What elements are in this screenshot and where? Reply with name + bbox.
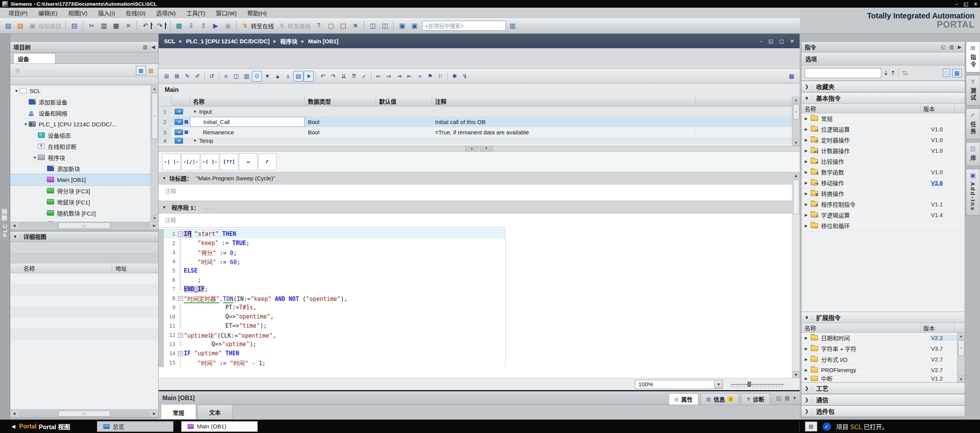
expand-section-icon[interactable]: ❯ — [802, 397, 812, 402]
copy-button[interactable]: ▥ — [98, 20, 110, 31]
section-technology[interactable]: ❯ 工艺 — [802, 382, 965, 394]
collapsed-arrow-icon[interactable]: ▶ — [802, 149, 811, 153]
code-text[interactable]: ELSE — [184, 267, 198, 274]
scroll-right-icon[interactable]: ▶ — [151, 410, 158, 417]
variable-comment-cell[interactable]: =True, if remanent data are available — [432, 127, 695, 137]
view-grid-icon[interactable]: ▦ — [952, 69, 962, 77]
collapse-networks-button[interactable]: ▲ — [273, 71, 283, 82]
fold-toggle-icon[interactable] — [177, 330, 184, 340]
interface-row[interactable]: 4◄▼Temp — [159, 137, 800, 144]
variable-type-cell[interactable]: Bool — [305, 117, 376, 127]
code-line-2[interactable]: 2 "keep" := TRUE; — [159, 239, 505, 248]
save-project-button[interactable]: ▣保存项目 — [27, 20, 63, 31]
split-editor-horizontal-button[interactable]: ◫ — [367, 20, 378, 31]
breadcrumb-segment[interactable]: 程序块 — [280, 37, 298, 45]
tree-item-----[interactable]: 设备组态 — [10, 130, 158, 141]
collapsed-arrow-icon[interactable]: ▶ — [802, 159, 811, 163]
keep-layout-button[interactable]: ▣ — [396, 20, 408, 31]
tree-export-icon[interactable]: ▨ — [146, 66, 156, 75]
collapse-interface-icon[interactable]: ▲ — [465, 146, 478, 151]
rail-tab---[interactable]: ✓任务 — [966, 108, 980, 139]
go-to-previous-button[interactable]: ⇐ — [373, 71, 383, 82]
code-line-4[interactable]: 4 "时间" := 60; — [159, 257, 505, 266]
instruction-----[interactable]: ▶±数学函数V1.0 — [802, 167, 965, 178]
code-line-5[interactable]: 5ELSE — [159, 266, 505, 275]
align-button[interactable]: ≡ — [221, 71, 231, 82]
collapsed-arrow-icon[interactable]: ▶ — [802, 127, 811, 131]
variable-name-cell[interactable]: Remanence — [190, 127, 305, 137]
editor-settings-button[interactable]: ▦ — [787, 71, 797, 82]
collapsed-arrow-icon[interactable]: ▶ — [802, 346, 811, 351]
code-line-15[interactable]: 15 "时间" := "时间" - 1; — [159, 358, 505, 367]
collapsed-arrow-icon[interactable]: ▶ — [802, 170, 811, 174]
collapse-inspector-icon[interactable]: ▾ — [793, 395, 796, 401]
memory-card-icon[interactable]: ▤ — [805, 422, 817, 431]
fold-toggle-icon[interactable] — [177, 294, 184, 303]
instruction------[interactable]: ▶↔移位和循环 — [802, 221, 965, 231]
tree-item-------fc2-[interactable]: 随机数块 [FC2] — [10, 208, 158, 219]
tab-info[interactable]: ▤ 信息 i — [700, 393, 739, 405]
reset-start-values-button[interactable]: ↺ — [207, 71, 217, 82]
program-vertical-scrollbar[interactable]: ▲ ▼ — [792, 172, 800, 378]
code-text[interactable]: "时间" := 60; — [184, 258, 240, 266]
menu-v[interactable]: 视图(V) — [63, 8, 93, 18]
instruction-------[interactable]: ▶↱程序控制指令V1.1 — [802, 199, 965, 210]
tab-diagnostics[interactable]: Y 诊断 — [741, 393, 770, 405]
collapsed-arrow-icon[interactable]: ▶ — [802, 376, 811, 381]
tree-item----[interactable]: ▶系统块 — [10, 219, 158, 222]
col-name[interactable]: 名称 — [190, 96, 305, 106]
stop-runtime-button[interactable]: ▢ — [337, 20, 349, 31]
interface-row[interactable]: 3◄RemanenceBool=True, if remanent data a… — [159, 127, 800, 137]
coil-button[interactable]: -( )- — [201, 154, 219, 170]
show-favorites-button[interactable]: ★ — [304, 71, 314, 82]
scroll-up-icon[interactable]: ▲ — [793, 172, 800, 179]
col-default[interactable]: 默认值 — [376, 96, 432, 106]
outdent-button[interactable]: ⇤ — [404, 71, 414, 82]
contact-nc-button[interactable]: -|/|- — [182, 154, 200, 170]
search-up-icon[interactable]: ⇡ — [891, 70, 896, 77]
add-device-quick-icon[interactable]: ⊞ — [13, 66, 23, 75]
col-version[interactable]: 版本 — [921, 323, 955, 332]
collapsed-arrow-icon[interactable]: ▶ — [802, 213, 811, 217]
zoom-slider-handle[interactable] — [748, 382, 751, 387]
zoom-slider[interactable] — [731, 381, 784, 388]
scrollbar-thumb[interactable]: |||| — [58, 222, 111, 229]
tree-item------[interactable]: 设备和网络 — [10, 108, 158, 119]
scroll-left-icon[interactable]: ◀ — [10, 410, 18, 417]
main-ob1-task-button[interactable]: Main (OB1) — [181, 421, 258, 432]
filter-icon[interactable]: ▽▸ — [902, 70, 908, 77]
breadcrumb-segment[interactable]: Main [OB1] — [308, 38, 339, 44]
online-diagnostics-button[interactable]: ? — [313, 20, 324, 31]
split-view-button[interactable]: ◫ — [231, 71, 241, 82]
collapse-detail-icon[interactable]: ∨ — [10, 234, 20, 239]
scrollbar-thumb[interactable]: ≡ — [152, 93, 158, 139]
collapsed-arrow-icon[interactable]: ▶ — [802, 336, 811, 340]
menu-w[interactable]: 窗口(W) — [211, 8, 242, 18]
tree-item----[interactable]: ▼程序块 — [10, 152, 158, 163]
tree-item-scl[interactable]: ▼SCL — [10, 85, 158, 96]
variable-name-cell[interactable]: ▼Input — [190, 106, 305, 116]
rail-tab---[interactable]: Y测试 — [966, 75, 980, 106]
collapse-block-title-icon[interactable]: ▼ — [162, 176, 166, 180]
pin-panel-icon[interactable]: ▥ — [949, 44, 954, 50]
instruction------[interactable]: ▶∴字逻辑运算V1.4 — [802, 210, 965, 221]
menu-p[interactable]: 项目(P) — [3, 8, 33, 18]
col-name[interactable]: 名称 — [802, 323, 921, 332]
zoom-level-select[interactable]: 100% ▼ — [635, 380, 723, 389]
next-error-button[interactable]: ↷ — [328, 71, 338, 82]
float-inspector-icon[interactable]: ◱ — [776, 395, 781, 401]
section-basic-instructions[interactable]: ∨ 基本指令 — [802, 92, 965, 104]
variable-name-cell[interactable]: ▼Temp — [190, 137, 305, 144]
code-line-3[interactable]: 3 "得分" := 0; — [159, 248, 505, 257]
instruction-----[interactable]: ▶<比较操作 — [802, 156, 965, 167]
block-title-value[interactable]: "Main Program Sweep (Cycle)" — [196, 175, 275, 181]
block-title-row[interactable]: ▼ 块标题： "Main Program Sweep (Cycle)" — [159, 172, 800, 185]
menu-t[interactable]: 工具(T) — [181, 8, 211, 18]
minimize-editor-icon[interactable]: – — [759, 38, 762, 44]
menu-e[interactable]: 编辑(E) — [33, 8, 63, 18]
instruction------[interactable]: ▶◷定时器操作V1.0 — [802, 135, 965, 145]
scroll-up-icon[interactable]: ▲ — [151, 85, 158, 92]
rewire-variable-button[interactable]: ✐ — [193, 71, 203, 82]
variable-type-cell[interactable]: Bool — [305, 127, 376, 137]
code-text[interactable]: "uptime块"(CLK:="opentime", — [184, 331, 276, 339]
